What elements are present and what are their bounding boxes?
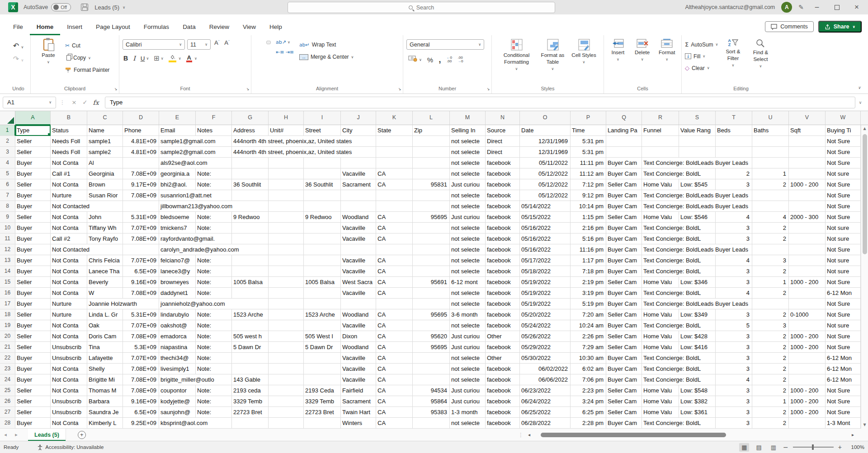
cell-U26[interactable]: 1 [752,396,789,407]
vertical-scroll-thumb[interactable] [863,134,867,254]
tab-insert[interactable]: Insert [60,19,89,35]
cell-R20[interactable]: Home Valu [642,331,679,342]
cell-D28[interactable]: 9.25E+09 [123,418,159,429]
cell-E19[interactable]: oakshot@ [159,320,196,331]
row-header-24[interactable]: 24 [0,374,15,385]
cell-B22[interactable]: Unsubscrib [51,353,87,364]
cell-C15[interactable]: Beverly [87,277,123,288]
cell-P2[interactable]: 5:31 pm [571,136,606,147]
cell-R10[interactable]: Text Concierge: BoldL [642,223,716,234]
cell-K16[interactable]: CA [376,288,413,299]
cell-V15[interactable]: 1000 - 200 [789,277,826,288]
cell-Q16[interactable]: Buyer Cam [606,288,642,299]
cell-M28[interactable]: not selecte [450,418,486,429]
cell-O20[interactable]: 05/26/2022 [520,331,571,342]
cell-B19[interactable]: Not Conta [51,320,87,331]
cell-N9[interactable]: facebook [486,212,520,223]
cell-B6[interactable]: Not Conta [51,179,87,190]
cell-G3[interactable]: 444north 4th street, phoenix,az, United … [232,147,376,158]
cell-P28[interactable]: 2:28 pm [571,418,606,429]
formula-input[interactable]: Type [105,97,855,108]
cell-W21[interactable]: Not Sure [826,342,861,353]
close-button[interactable]: × [850,3,863,12]
column-header-R[interactable]: R [642,111,679,125]
row-header-6[interactable]: 6 [0,179,15,190]
cell-A9[interactable]: Seller [15,212,51,223]
column-header-S[interactable]: S [679,111,716,125]
cell-J28[interactable]: Winters [341,418,376,429]
font-size-select[interactable]: 11∨ [187,39,211,50]
cell-A23[interactable]: Buyer [15,364,51,374]
cell-K25[interactable]: CA [376,385,413,396]
cell-O7[interactable]: 05/12/2022 [520,190,571,201]
cell-G5[interactable] [232,168,269,179]
cell-R9[interactable]: Home Valu [642,212,679,223]
cell-P17[interactable]: 5:19 pm [571,299,606,309]
cell-A26[interactable]: Seller [15,396,51,407]
cell-N24[interactable]: facebook [486,374,520,385]
cell-T18[interactable]: 3 [716,309,752,320]
cell-O4[interactable]: 05/11/2022 [520,158,571,168]
dialog-launcher-icon[interactable]: ↘ [245,87,249,91]
cell-Q23[interactable]: Buyer Cam [606,364,642,374]
cell-D6[interactable]: 9.17E+09 [123,179,159,190]
cell-P21[interactable]: 7:29 am [571,342,606,353]
cell-G21[interactable]: 5 Dawn Dr [232,342,269,353]
cell-I7[interactable] [304,190,341,201]
cell-Q2[interactable] [606,136,642,147]
cell-J27[interactable]: Twain Hart [341,407,376,418]
cell-C26[interactable]: Barbara [87,396,123,407]
cell-K12[interactable] [376,244,413,255]
horizontal-scrollbar[interactable] [536,433,850,437]
cell-K24[interactable]: CA [376,374,413,385]
column-header-H[interactable]: H [269,111,304,125]
column-header-G[interactable]: G [232,111,269,125]
cell-N13[interactable]: facebook [486,255,520,266]
cell-M10[interactable]: not selecte [450,223,486,234]
cell-K26[interactable]: CA [376,396,413,407]
cell-M6[interactable]: Just curiou [450,179,486,190]
cell-Q27[interactable]: Seller Cam [606,407,642,418]
cell-E6[interactable]: bhi2@aol. [159,179,196,190]
cell-M13[interactable]: not selecte [450,255,486,266]
cell-O19[interactable]: 05/24/2022 [520,320,571,331]
accounting-format-button[interactable] [408,56,417,64]
cell-B16[interactable]: Not Conta [51,288,87,299]
cell-O13[interactable]: 05/17/2022 [520,255,571,266]
cell-W26[interactable]: Not Sure [826,396,861,407]
cell-J17[interactable] [341,299,376,309]
cell-C7[interactable]: Susan Rior [87,190,123,201]
cell-R18[interactable]: Home Valu [642,309,679,320]
cell-A7[interactable]: Buyer [15,190,51,201]
cell-R7[interactable]: Text Concierge: BoldLeads Buyer Leads [642,190,752,201]
cell-M15[interactable]: 6-12 mont [450,277,486,288]
cell-G13[interactable] [232,255,269,266]
cell-T27[interactable]: 3 [716,407,752,418]
cell-P6[interactable]: 7:12 pm [571,179,606,190]
autosum-button[interactable]: Σ AutoSum ∨ [685,40,718,49]
zoom-in-button[interactable]: + [838,444,842,451]
cell-F13[interactable]: Note: [196,255,232,266]
cell-K8[interactable] [376,201,413,212]
cell-L4[interactable] [413,158,450,168]
font-color-button[interactable]: A [186,55,192,62]
cell-O8[interactable]: 05/14/2022 [520,201,571,212]
cell-U22[interactable]: 2 [752,353,789,364]
cell-Q26[interactable]: Seller Cam [606,396,642,407]
cell-V20[interactable]: 1000 - 200 [789,331,826,342]
cell-L23[interactable] [413,364,450,374]
hscroll-right-icon[interactable]: ▸ [852,432,854,437]
cell-Q28[interactable]: Buyer Cam [606,418,642,429]
cell-R3[interactable] [642,147,679,158]
cell-M16[interactable]: not selecte [450,288,486,299]
conditional-formatting-button[interactable]: Conditional Formatting ∨ [499,37,535,71]
cell-J12[interactable] [341,244,376,255]
cell-J20[interactable]: Dixon [341,331,376,342]
comments-button[interactable]: Comments [765,21,813,32]
cell-T1[interactable]: Beds [716,125,752,136]
cell-O9[interactable]: 05/15/2022 [520,212,571,223]
cell-S27[interactable]: Low: $361 [679,407,716,418]
row-header-16[interactable]: 16 [0,288,15,299]
cell-B2[interactable]: Needs Foll [51,136,87,147]
check-icon[interactable]: ✓ [80,99,90,106]
